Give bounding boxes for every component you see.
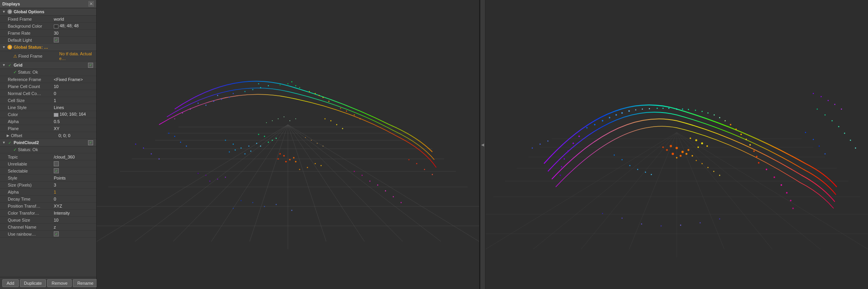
offset-toggle[interactable]: ▶	[5, 134, 10, 137]
pointcloud2-toggle[interactable]: ▼	[2, 140, 6, 145]
svg-point-182	[756, 156, 757, 157]
panel-close-button[interactable]: ✕	[88, 1, 94, 7]
svg-point-63	[275, 138, 277, 139]
duplicate-button[interactable]: Duplicate	[20, 279, 46, 287]
svg-point-23	[205, 105, 206, 106]
panel-content[interactable]: ▼ ⚙ Global Options Fixed Frame world Bac…	[0, 8, 96, 277]
global-status-header[interactable]: ▼ ⚙ Global Status: …	[0, 44, 96, 51]
global-options-toggle[interactable]: ▼	[2, 9, 6, 14]
selectable-checkbox[interactable]: ✓	[54, 168, 59, 173]
grid-toggle[interactable]: ▼	[2, 63, 6, 67]
selectable-value: ✓	[52, 168, 96, 174]
grid-label: Grid	[14, 63, 23, 67]
svg-point-35	[279, 85, 281, 86]
alpha-value: 0.5	[52, 119, 96, 124]
unreliable-label: Unreliable	[5, 162, 52, 166]
svg-point-161	[635, 109, 636, 111]
left-canvas[interactable]	[97, 0, 479, 289]
svg-point-27	[233, 93, 234, 94]
viewport-left[interactable]	[97, 0, 480, 289]
svg-point-75	[225, 177, 226, 178]
pointcloud2-header[interactable]: ▼ ✓ PointCloud2 ✓	[0, 139, 96, 146]
global-options-header[interactable]: ▼ ⚙ Global Options	[0, 8, 96, 16]
global-options-icon: ⚙	[7, 9, 12, 14]
svg-point-227	[827, 100, 829, 101]
svg-point-194	[790, 200, 792, 201]
default-light-label: Default Light	[5, 38, 52, 42]
svg-point-49	[190, 109, 191, 110]
default-light-checkbox[interactable]: ✓	[54, 37, 59, 42]
svg-point-152	[706, 145, 708, 147]
svg-point-95	[336, 124, 337, 125]
remove-button[interactable]: Remove	[47, 279, 72, 287]
frame-rate-row: Frame Rate 30	[0, 30, 96, 37]
topic-value: /cloud_360	[52, 155, 96, 159]
bg-color-row: Background Color 48; 48; 48	[0, 23, 96, 30]
svg-point-104	[266, 122, 267, 123]
svg-point-183	[758, 162, 759, 164]
plane-cell-count-row: Plane Cell Count 10	[0, 83, 96, 90]
svg-point-34	[295, 85, 296, 86]
svg-point-51	[240, 148, 242, 149]
viewport-right[interactable]	[485, 0, 868, 289]
grid-enable-checkbox[interactable]: ✓	[88, 63, 93, 68]
svg-point-26	[198, 103, 199, 104]
svg-point-82	[264, 206, 265, 207]
svg-point-231	[540, 144, 541, 145]
pointcloud2-label: PointCloud2	[14, 140, 39, 145]
size-pixels-value: 3	[52, 183, 96, 187]
svg-point-150	[701, 143, 703, 144]
svg-point-69	[285, 161, 287, 162]
svg-point-42	[319, 95, 320, 96]
pc2-status-row: ✓ Status: Ok	[0, 146, 96, 153]
queue-size-value: 10	[52, 218, 96, 222]
left-pointcloud-svg	[97, 0, 479, 289]
line-style-row: Line Style Lines	[0, 104, 96, 111]
unreliable-checkbox[interactable]	[54, 161, 59, 166]
svg-point-61	[272, 140, 273, 141]
svg-point-109	[317, 143, 318, 144]
svg-point-141	[686, 153, 688, 155]
svg-point-209	[660, 226, 662, 227]
svg-point-111	[323, 146, 323, 146]
viewport-splitter[interactable]	[480, 0, 485, 289]
svg-point-74	[198, 173, 199, 174]
pointcloud2-enable-checkbox[interactable]: ✓	[88, 140, 93, 145]
svg-point-181	[753, 150, 755, 152]
svg-point-40	[309, 91, 310, 92]
alpha-label: Alpha	[5, 119, 52, 124]
selectable-row: Selectable ✓	[0, 167, 96, 174]
svg-point-76	[209, 181, 210, 182]
channel-name-row: Channel Name z	[0, 224, 96, 231]
svg-point-25	[217, 95, 218, 96]
topic-label: Topic	[5, 155, 52, 159]
cell-size-row: Cell Size 1	[0, 97, 96, 104]
svg-point-56	[229, 152, 230, 153]
grid-status-label: ✓ Status: Ok	[11, 70, 58, 75]
grid-header[interactable]: ▼ ✓ Grid ✓	[0, 62, 96, 69]
svg-point-31	[268, 85, 269, 86]
use-rainbow-row: Use rainbow… ✓	[0, 231, 96, 238]
svg-point-39	[323, 97, 324, 98]
svg-point-204	[696, 160, 697, 161]
svg-point-203	[707, 167, 709, 168]
offset-label: Offset	[10, 133, 57, 138]
svg-point-53	[248, 146, 249, 147]
right-canvas[interactable]	[485, 0, 868, 289]
panel-title-bar: Displays ✕	[0, 0, 96, 8]
use-rainbow-checkbox[interactable]: ✓	[54, 231, 59, 236]
add-button[interactable]: Add	[2, 279, 19, 287]
use-rainbow-label: Use rainbow…	[5, 232, 52, 236]
size-pixels-row: Size (Pixels) 3	[0, 182, 96, 189]
svg-point-32	[258, 83, 259, 85]
svg-point-146	[676, 157, 677, 159]
svg-point-220	[831, 120, 833, 122]
alpha2-row: Alpha 1	[0, 189, 96, 196]
rename-button[interactable]: Rename	[73, 279, 98, 287]
reference-frame-label: Reference Frame	[5, 77, 52, 82]
svg-point-165	[662, 108, 663, 109]
global-status-toggle[interactable]: ▼	[2, 45, 6, 49]
position-transf-value: XYZ	[52, 204, 96, 208]
svg-point-81	[252, 202, 253, 203]
svg-point-215	[813, 139, 814, 140]
